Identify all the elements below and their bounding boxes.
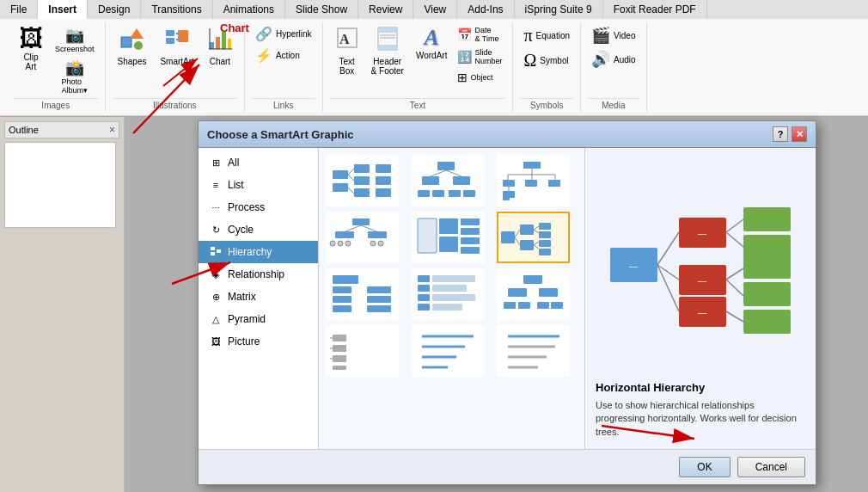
picture-icon: 🖼 xyxy=(209,335,223,348)
dialog-overlay: Choose a SmartArt Graphic ? ✕ ⊞ All ≡ Li… xyxy=(0,0,868,492)
svg-rect-86 xyxy=(333,275,358,284)
svg-point-65 xyxy=(378,241,383,246)
graphic-thumb-10[interactable] xyxy=(326,325,399,377)
svg-rect-36 xyxy=(422,176,439,185)
graphic-thumb-5[interactable] xyxy=(412,212,485,263)
all-icon: ⊞ xyxy=(209,156,223,169)
category-cycle[interactable]: ↻ Cycle xyxy=(199,218,318,241)
svg-rect-22 xyxy=(211,252,215,255)
dialog-help-button[interactable]: ? xyxy=(773,126,788,142)
category-pyramid[interactable]: △ Pyramid xyxy=(199,308,318,330)
graphic-thumb-6[interactable] xyxy=(497,212,570,263)
preview-title: Horizontal Hierarchy xyxy=(596,381,805,394)
svg-rect-68 xyxy=(439,237,458,252)
svg-line-74 xyxy=(515,230,520,237)
relationship-icon: ◈ xyxy=(209,268,223,281)
preview-desc: Use to show hierarchical relationships p… xyxy=(596,399,805,439)
svg-rect-41 xyxy=(463,190,475,197)
svg-line-140 xyxy=(726,232,743,247)
svg-rect-106 xyxy=(537,302,549,309)
category-list-label: List xyxy=(228,179,244,191)
svg-rect-133 xyxy=(743,255,791,279)
svg-rect-67 xyxy=(439,218,458,234)
svg-rect-69 xyxy=(461,218,480,225)
svg-rect-38 xyxy=(418,190,430,197)
svg-line-33 xyxy=(348,188,354,194)
svg-rect-103 xyxy=(539,288,558,297)
svg-rect-90 xyxy=(367,286,391,293)
category-picture[interactable]: 🖼 Picture xyxy=(199,330,318,353)
svg-point-62 xyxy=(338,241,343,246)
svg-rect-71 xyxy=(461,237,480,244)
svg-rect-52 xyxy=(548,180,560,187)
svg-rect-107 xyxy=(551,302,563,309)
category-matrix[interactable]: ⊕ Matrix xyxy=(199,286,318,308)
svg-rect-82 xyxy=(539,223,551,230)
svg-line-141 xyxy=(726,268,743,280)
svg-rect-35 xyxy=(437,162,455,170)
category-all[interactable]: ⊞ All xyxy=(199,151,318,174)
svg-line-75 xyxy=(515,237,520,245)
svg-rect-110 xyxy=(333,355,346,362)
category-hierarchy[interactable]: Hierarchy xyxy=(199,241,318,263)
category-picture-label: Picture xyxy=(228,335,260,347)
svg-rect-77 xyxy=(520,240,534,250)
dialog-footer: OK Cancel xyxy=(199,449,816,484)
graphic-thumb-2[interactable] xyxy=(412,155,485,206)
graphic-thumb-12[interactable] xyxy=(497,325,570,377)
category-matrix-label: Matrix xyxy=(228,291,256,303)
dialog-controls: ? ✕ xyxy=(773,126,807,142)
graphic-thumb-4[interactable] xyxy=(326,212,399,263)
svg-rect-29 xyxy=(376,164,391,173)
svg-rect-28 xyxy=(354,188,370,197)
dialog-close-button[interactable]: ✕ xyxy=(792,126,807,142)
svg-rect-105 xyxy=(518,302,530,309)
svg-line-32 xyxy=(348,169,354,175)
cancel-button[interactable]: Cancel xyxy=(737,457,805,477)
svg-line-136 xyxy=(657,232,679,265)
category-process[interactable]: ··· Process xyxy=(199,196,318,218)
svg-rect-100 xyxy=(432,304,462,311)
svg-rect-104 xyxy=(504,302,516,309)
graphic-thumb-11[interactable] xyxy=(412,325,485,377)
svg-rect-66 xyxy=(418,218,437,253)
svg-rect-108 xyxy=(333,335,346,341)
svg-rect-131 xyxy=(743,207,791,231)
category-list[interactable]: ≡ List xyxy=(199,174,318,196)
svg-line-79 xyxy=(534,230,539,233)
dialog-titlebar: Choose a SmartArt Graphic ? ✕ xyxy=(199,121,816,148)
svg-point-61 xyxy=(330,241,335,246)
svg-rect-91 xyxy=(367,296,391,303)
svg-rect-95 xyxy=(418,294,430,301)
pyramid-icon: △ xyxy=(209,312,223,326)
svg-line-43 xyxy=(446,170,462,176)
graphic-grid xyxy=(319,148,585,449)
svg-rect-88 xyxy=(333,296,351,303)
graphic-thumb-3[interactable] xyxy=(497,155,570,206)
dialog-title: Choose a SmartArt Graphic xyxy=(207,128,354,141)
graphic-thumb-7[interactable] xyxy=(326,268,399,320)
category-relationship-label: Relationship xyxy=(228,268,284,280)
svg-rect-134 xyxy=(743,282,791,306)
svg-rect-83 xyxy=(539,231,551,238)
svg-rect-44 xyxy=(523,162,541,169)
svg-rect-56 xyxy=(352,218,370,225)
svg-rect-73 xyxy=(501,231,515,243)
graphic-thumb-9[interactable] xyxy=(497,268,570,320)
cycle-icon: ↻ xyxy=(209,223,223,237)
ok-button[interactable]: OK xyxy=(679,457,730,477)
svg-rect-59 xyxy=(335,231,354,238)
svg-rect-24 xyxy=(333,170,348,179)
svg-rect-94 xyxy=(418,285,430,292)
dialog-body: ⊞ All ≡ List ··· Process ↻ Cycle xyxy=(199,148,816,449)
svg-rect-85 xyxy=(539,249,551,255)
graphic-thumb-1[interactable] xyxy=(326,155,399,206)
svg-rect-76 xyxy=(520,224,534,235)
category-relationship[interactable]: ◈ Relationship xyxy=(199,263,318,286)
svg-line-139 xyxy=(726,219,743,232)
category-process-label: Process xyxy=(228,201,265,213)
svg-rect-72 xyxy=(461,247,480,254)
graphic-thumb-8[interactable] xyxy=(412,268,485,320)
svg-line-78 xyxy=(534,226,539,230)
list-icon: ≡ xyxy=(209,178,223,192)
